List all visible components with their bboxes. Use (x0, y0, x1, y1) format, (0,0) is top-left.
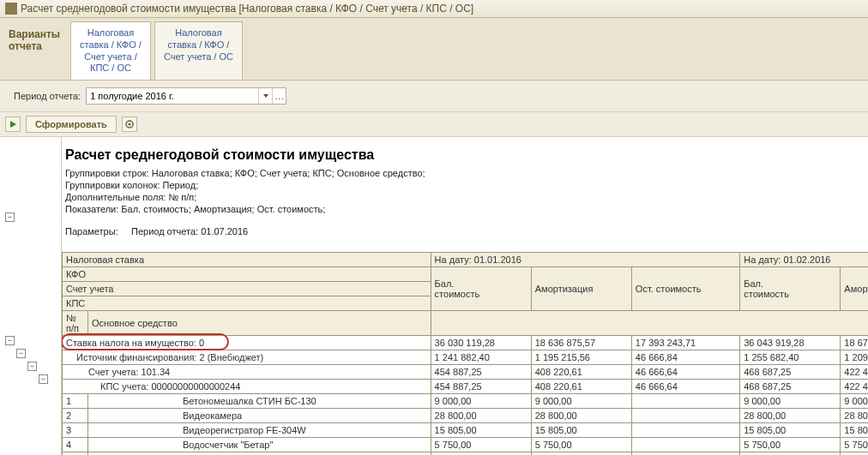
period-dropdown-button[interactable] (258, 88, 272, 104)
cell-value: 46 666,84 (631, 350, 739, 365)
cell-value: 18 636 875,57 (531, 336, 631, 350)
report-variants-tabs: Варианты отчета Налоговая ставка / КФО /… (0, 18, 868, 81)
cell-value: 28 800,00 (531, 409, 631, 423)
cell-value (631, 438, 739, 452)
table-row[interactable]: Источник финансирования: 2 (Внебюджет)1 … (63, 350, 869, 365)
cell-value: 9 000,00 (740, 394, 841, 409)
cell-value: 5 750,00 (431, 438, 531, 452)
cell-value (631, 409, 739, 423)
report-meta-3: Дополнительные поля: № п/п; (65, 192, 865, 202)
row-label: Видеокамера (88, 409, 431, 423)
cell-value: 46 666,64 (631, 365, 739, 380)
col-amort-1: Амортизация (531, 267, 631, 311)
cell-value: 9 000,00 (431, 394, 531, 409)
cell-value: 468 687,25 (740, 365, 841, 380)
cell-value: 18 678 669,94 (841, 336, 868, 350)
report-meta-4: Показатели: Бал. стоимость; Амортизация;… (65, 204, 865, 214)
report-main[interactable]: Расчет среднегодовой стоимости имущества… (62, 137, 868, 455)
row-num: 5 (63, 452, 88, 456)
tab-variant-1[interactable]: Налоговая ставка / КФО / Счет учета / КП… (70, 21, 151, 80)
period-input[interactable] (87, 89, 258, 103)
row-label: Бетономешалка СТИН БС-130 (88, 394, 431, 409)
cell-value: 36 030 119,28 (431, 336, 531, 350)
report-title: Расчет среднегодовой стоимости имущества (65, 147, 865, 163)
cell-value: 17 393 243,71 (631, 336, 739, 350)
params-value: Период отчета: 01.07.2016 (131, 226, 248, 236)
cell-value: 46 666,64 (631, 380, 739, 394)
cell-value: 15 805,00 (431, 423, 531, 438)
svg-point-1 (128, 123, 130, 126)
row-num: 3 (63, 423, 88, 438)
row-label: Источник финансирования: 2 (Внебюджет) (63, 350, 431, 365)
cell-value: 4 540,00 (431, 452, 531, 456)
report-meta-2: Группировки колонок: Период; (65, 180, 865, 190)
variants-label: Варианты отчета (0, 18, 69, 80)
cell-value: 5 750,00 (531, 438, 631, 452)
report-table: Налоговая ставка На дату: 01.01.2016 На … (62, 252, 868, 455)
run-button[interactable] (5, 117, 21, 132)
period-toolbar: Период отчета: … (0, 81, 868, 111)
cell-value: 408 220,61 (531, 380, 631, 394)
cell-value: 5 750,00 (841, 438, 868, 452)
cell-value: 1 241 882,40 (431, 350, 531, 365)
cell-value: 28 800,00 (740, 409, 841, 423)
play-icon (9, 120, 17, 129)
cell-value: 15 805,00 (740, 423, 841, 438)
app-icon (5, 3, 17, 15)
cell-value: 9 000,00 (531, 394, 631, 409)
table-row[interactable]: Счет учета: 101.34454 887,25408 220,6146… (63, 365, 869, 380)
period-select[interactable]: … (86, 87, 286, 105)
cell-value: 4 540,00 (531, 452, 631, 456)
report-meta-1: Группировки строк: Налоговая ставка; КФО… (65, 168, 865, 178)
window-titlebar: Расчет среднегодовой стоимости имущества… (0, 0, 868, 18)
table-row[interactable]: 5Водосчетчик ВСКМ 904 540,004 540,004 54… (63, 452, 869, 456)
tree-collapse-5[interactable]: − (39, 374, 48, 384)
table-row[interactable]: Ставка налога на имущество: 036 030 119,… (63, 336, 869, 350)
cell-value: 5 750,00 (740, 438, 841, 452)
table-row[interactable]: 2Видеокамера28 800,0028 800,0028 800,002… (63, 409, 869, 423)
cell-value: 15 805,00 (531, 423, 631, 438)
rowhead-asset: Основное средство (88, 311, 431, 336)
outline-tree: − − − − − (0, 137, 62, 455)
cell-value: 4 540,00 (841, 452, 868, 456)
rowhead-account: Счет учета (63, 282, 431, 296)
cell-value (631, 394, 739, 409)
table-row[interactable]: 4Водосчетчик "Бетар"5 750,005 750,005 75… (63, 438, 869, 452)
row-num: 1 (63, 394, 88, 409)
tree-collapse-4[interactable]: − (27, 362, 37, 371)
params-label: Параметры: (65, 226, 118, 236)
colhead-date-1: На дату: 01.01.2016 (431, 253, 740, 267)
cell-value: 422 437,28 (841, 380, 868, 394)
col-bal-1: Бал. стоимость (431, 267, 531, 311)
table-row[interactable]: 1Бетономешалка СТИН БС-1309 000,009 000,… (63, 394, 869, 409)
tree-collapse-1[interactable]: − (5, 213, 15, 222)
tree-collapse-3[interactable]: − (16, 349, 26, 358)
cell-value: 9 000,00 (841, 394, 868, 409)
cell-value: 454 887,25 (431, 365, 531, 380)
window-title: Расчет среднегодовой стоимости имущества… (21, 3, 473, 15)
cell-value (631, 452, 739, 456)
generate-button[interactable]: Сформировать (26, 116, 117, 133)
settings-button[interactable] (122, 117, 137, 132)
cell-value: 422 437,28 (841, 365, 868, 380)
tree-collapse-2[interactable]: − (5, 336, 15, 345)
row-num: 4 (63, 438, 88, 452)
row-label: КПС учета: 00000000000000244 (63, 380, 431, 394)
row-label: Водосчетчик ВСКМ 90 (88, 452, 431, 456)
cell-value: 468 687,25 (740, 380, 841, 394)
col-amort-2: Амортизация (841, 267, 868, 311)
period-picker-button[interactable]: … (272, 88, 286, 104)
tab-variant-2[interactable]: Налоговая ставка / КФО / Счет учета / ОС (154, 21, 243, 80)
rowhead-kfo: КФО (63, 267, 431, 282)
cell-value: 28 800,00 (431, 409, 531, 423)
row-label: Водосчетчик "Бетар" (88, 438, 431, 452)
cell-value: 454 887,25 (431, 380, 531, 394)
report-params: Параметры: Период отчета: 01.07.2016 (65, 226, 865, 236)
row-num: 2 (63, 409, 88, 423)
table-row[interactable]: 3Видеорегистратор FE-304W15 805,0015 805… (63, 423, 869, 438)
cell-value: 4 540,00 (740, 452, 841, 456)
cell-value (631, 423, 739, 438)
cell-value: 1 255 682,40 (740, 350, 841, 365)
table-row[interactable]: КПС учета: 00000000000000244454 887,2540… (63, 380, 869, 394)
cell-value: 1 195 215,56 (531, 350, 631, 365)
